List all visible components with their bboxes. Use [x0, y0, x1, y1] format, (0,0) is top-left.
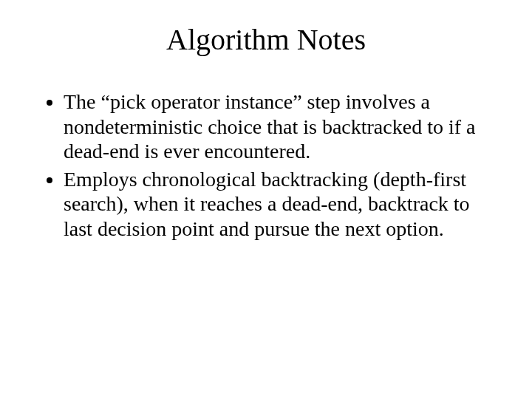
bullet-item: Employs chronological backtracking (dept…	[64, 167, 495, 242]
slide-title: Algorithm Notes	[37, 22, 495, 57]
bullet-item: The “pick operator instance” step involv…	[64, 89, 495, 164]
slide: Algorithm Notes The “pick operator insta…	[0, 0, 532, 399]
bullet-list: The “pick operator instance” step involv…	[37, 89, 495, 242]
